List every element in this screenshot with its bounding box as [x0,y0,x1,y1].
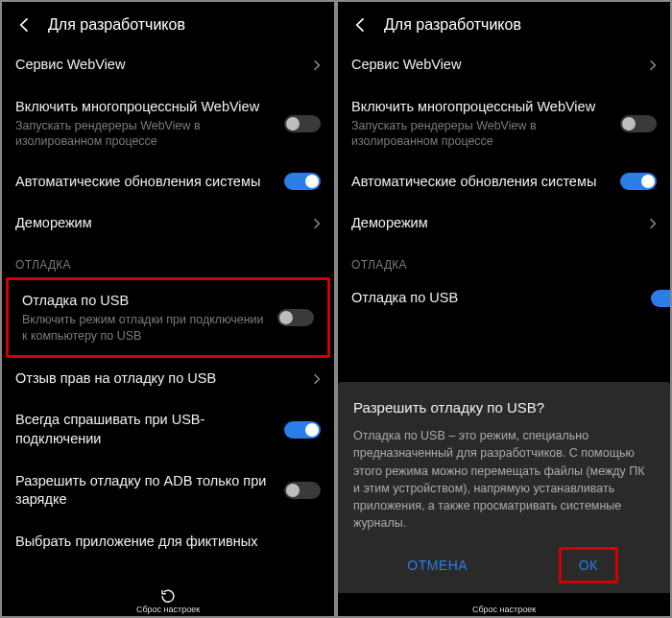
usb-debug-highlight: Отладка по USB Включить режим отладки пр… [6,277,330,358]
chevron-right-icon [649,217,657,230]
row-auto-update[interactable]: Автоматические обновления системы [338,161,670,203]
row-title: Отладка по USB [22,292,268,311]
header-title: Для разработчиков [384,16,521,34]
row-usb-debug[interactable]: Отладка по USB Включить режим отладки пр… [9,280,327,355]
row-title: Сервис WebView [351,56,639,75]
toggle-adb-charge[interactable] [284,482,321,499]
bottom-bar[interactable]: Сброс настроек [2,583,334,616]
chevron-right-icon [313,59,321,72]
row-always-ask-usb[interactable]: Всегда спрашивать при USB-подключении [2,399,334,460]
row-adb-charge-only[interactable]: Разрешить отладку по ADB только при заря… [2,461,334,521]
row-multiprocess-webview[interactable]: Включить многопроцессный WebView Запуска… [2,86,334,161]
row-multiprocess-webview[interactable]: Включить многопроцессный WebView Запуска… [338,86,670,161]
row-title: Разрешить отладку по ADB только при заря… [15,472,275,510]
row-title: Деморежим [351,214,639,233]
section-debug-label: ОТЛАДКА [338,245,670,277]
back-icon[interactable] [351,15,371,35]
row-title: Отзыв прав на отладку по USB [15,369,303,389]
ok-button-highlight: ОК [559,547,618,583]
header-title: Для разработчиков [48,16,185,34]
usb-debug-dialog: Разрешить отладку по USB? Отладка по USB… [338,382,670,593]
back-icon[interactable] [15,15,35,35]
toggle-usb-debug[interactable] [277,309,314,326]
chevron-right-icon [313,372,321,386]
row-webview-service[interactable]: Сервис WebView [338,44,670,86]
header: Для разработчиков [338,2,670,44]
row-subtitle: Запускать рендереры WebView в изолирован… [351,118,611,150]
toggle-always-ask[interactable] [284,421,321,439]
row-select-mock-app[interactable]: Выбрать приложение для фиктивных [2,521,334,556]
row-usb-debug[interactable]: Отладка по USB [338,277,670,320]
chevron-right-icon [649,59,657,72]
bottom-label: Сброс настроек [472,605,536,614]
bottom-label: Сброс настроек [136,605,200,614]
row-title: Отладка по USB [351,289,641,308]
row-subtitle: Запускать рендереры WebView в изолирован… [15,118,275,150]
row-title: Выбрать приложение для фиктивных [15,533,321,552]
row-auto-update[interactable]: Автоматические обновления системы [2,161,334,203]
row-title: Всегда спрашивать при USB-подключении [15,411,275,448]
row-revoke-usb[interactable]: Отзыв прав на отладку по USB [2,358,334,400]
row-subtitle: Включить режим отладки при подключении к… [22,312,268,344]
row-webview-service[interactable]: Сервис WebView [2,44,334,86]
toggle-auto-update[interactable] [284,173,321,190]
reset-icon [159,587,177,605]
section-debug-label: ОТЛАДКА [2,245,334,277]
toggle-multiprocess[interactable] [620,115,657,132]
row-title: Включить многопроцессный WebView [15,98,275,117]
chevron-right-icon [313,217,321,230]
right-screen: Для разработчиков Сервис WebView Включит… [338,2,670,616]
row-title: Деморежим [15,214,303,233]
row-demo-mode[interactable]: Деморежим [338,202,670,245]
row-title: Сервис WebView [15,56,303,75]
header: Для разработчиков [2,2,334,44]
toggle-auto-update[interactable] [620,173,657,190]
toggle-multiprocess[interactable] [284,115,321,132]
row-title: Автоматические обновления системы [351,173,611,192]
toggle-usb-debug-partial[interactable] [651,290,670,307]
dialog-body: Отладка по USB – это режим, специально п… [353,427,655,532]
cancel-button[interactable]: ОТМЕНА [390,550,485,581]
dialog-actions: ОТМЕНА ОК [353,547,655,583]
bottom-bar[interactable]: Сброс настроек [338,601,670,616]
row-title: Автоматические обновления системы [15,173,275,192]
row-demo-mode[interactable]: Деморежим [2,202,334,245]
row-title: Включить многопроцессный WebView [351,98,611,117]
dialog-title: Разрешить отладку по USB? [353,399,655,416]
left-screen: Для разработчиков Сервис WebView Включит… [2,2,334,616]
ok-button[interactable]: ОК [562,550,615,581]
settings-list: Сервис WebView Включить многопроцессный … [2,44,334,583]
